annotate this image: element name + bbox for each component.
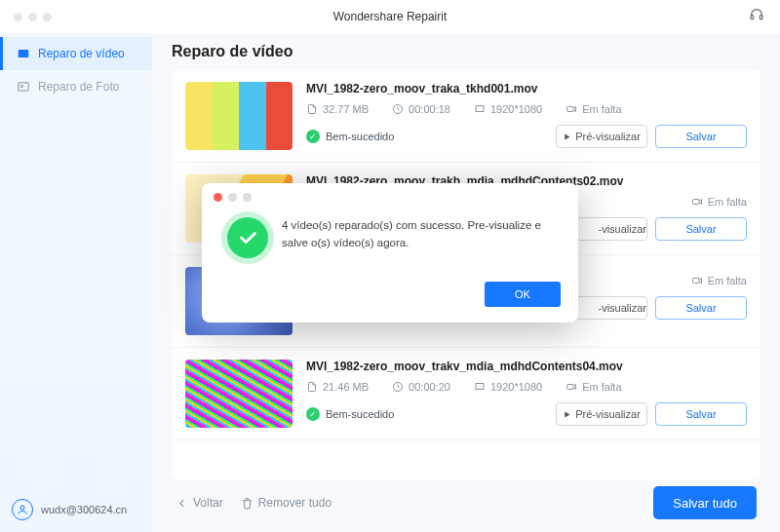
- svg-rect-3: [19, 83, 29, 91]
- camera-status: Em falta: [691, 196, 747, 208]
- svg-rect-0: [751, 16, 754, 19]
- camera-status: Em falta: [566, 103, 621, 115]
- svg-rect-8: [567, 107, 574, 112]
- success-check-icon: [227, 217, 268, 258]
- status-success: ✓Bem-sucedido: [306, 407, 394, 421]
- preview-button[interactable]: -visualizar: [575, 296, 647, 320]
- user-account[interactable]: wudx@300624.cn: [0, 487, 152, 532]
- svg-point-4: [20, 85, 22, 87]
- file-size: 32.77 MB: [306, 103, 369, 115]
- camera-status: Em falta: [691, 275, 747, 286]
- remove-all-button[interactable]: Remover tudo: [241, 496, 332, 510]
- photo-icon: [17, 80, 30, 94]
- save-button[interactable]: Salvar: [655, 217, 747, 241]
- resolution: 1920*1080: [474, 103, 542, 115]
- preview-button[interactable]: -visualizar: [575, 217, 647, 241]
- save-button[interactable]: Salvar: [655, 296, 747, 320]
- support-icon[interactable]: [749, 7, 764, 26]
- titlebar: Wondershare Repairit: [0, 0, 780, 33]
- status-success: ✓Bem-sucedido: [306, 130, 394, 143]
- save-button[interactable]: Salvar: [655, 402, 747, 426]
- svg-rect-2: [19, 50, 29, 57]
- preview-button[interactable]: Pré-visualizar: [556, 125, 647, 148]
- save-button[interactable]: Salvar: [655, 125, 747, 148]
- user-email: wudx@300624.cn: [41, 504, 127, 515]
- sidebar: Reparo de vídeo Reparo de Foto wudx@3006…: [0, 33, 152, 532]
- duration: 00:00:18: [392, 103, 450, 115]
- page-title: Reparo de vídeo: [172, 43, 760, 60]
- svg-rect-13: [567, 385, 574, 390]
- avatar-icon: [12, 499, 33, 520]
- camera-status: Em falta: [566, 381, 621, 393]
- filename: MVI_1982-zero_moov_traka_tkhd001.mov: [306, 82, 747, 95]
- footer: Voltar Remover tudo Salvar tudo: [172, 479, 760, 532]
- duration: 00:00:20: [392, 381, 450, 393]
- sidebar-item-label: Reparo de Foto: [38, 80, 119, 94]
- sidebar-item-video-repair[interactable]: Reparo de vídeo: [0, 37, 152, 70]
- svg-rect-9: [692, 200, 699, 205]
- video-row: MVI_1982-zero_moov_trakv_mdia_mdhdConten…: [172, 348, 760, 440]
- sidebar-item-label: Reparo de vídeo: [38, 47, 125, 60]
- close-icon[interactable]: [214, 193, 222, 202]
- dialog-message: 4 vídeo(s) reparado(s) com sucesso. Pre-…: [282, 217, 557, 252]
- success-dialog: 4 vídeo(s) reparado(s) com sucesso. Pre-…: [202, 183, 578, 323]
- video-row: MVI_1982-zero_moov_traka_tkhd001.mov 32.…: [172, 70, 760, 163]
- dialog-window-controls[interactable]: [202, 183, 578, 208]
- svg-point-5: [20, 506, 24, 510]
- svg-rect-1: [760, 16, 762, 19]
- svg-rect-7: [476, 106, 484, 112]
- thumbnail[interactable]: [185, 82, 292, 150]
- app-title: Wondershare Repairit: [0, 10, 780, 23]
- svg-rect-12: [476, 384, 484, 390]
- save-all-button[interactable]: Salvar tudo: [653, 486, 757, 519]
- preview-button[interactable]: Pré-visualizar: [556, 402, 647, 426]
- file-size: 21.46 MB: [306, 381, 369, 393]
- filename: MVI_1982-zero_moov_trakv_mdia_mdhdConten…: [306, 360, 747, 373]
- resolution: 1920*1080: [474, 381, 542, 393]
- ok-button[interactable]: OK: [485, 282, 561, 307]
- thumbnail[interactable]: [185, 360, 292, 428]
- sidebar-item-photo-repair[interactable]: Reparo de Foto: [0, 70, 152, 103]
- svg-rect-10: [692, 279, 699, 284]
- video-icon: [17, 47, 30, 60]
- back-button[interactable]: Voltar: [176, 496, 223, 510]
